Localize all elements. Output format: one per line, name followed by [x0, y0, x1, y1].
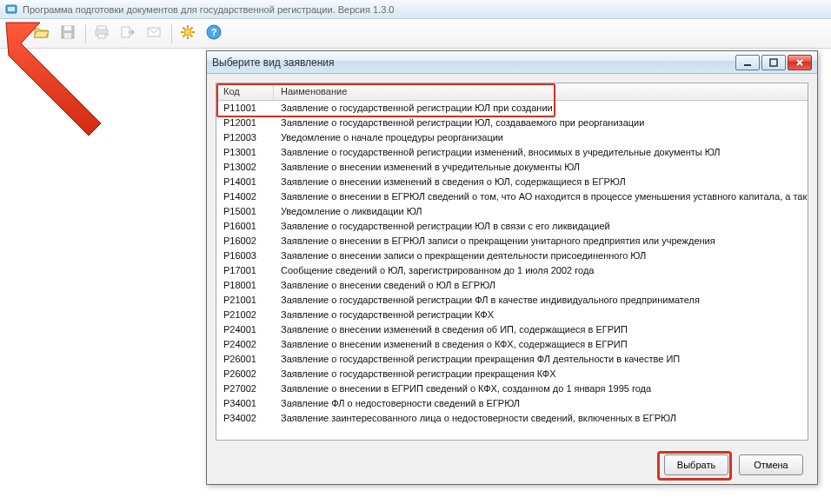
settings-button[interactable]	[176, 22, 200, 46]
table-row[interactable]: Р16003Заявление о внесении записи о прек…	[216, 249, 808, 263]
select-application-type-dialog: Выберите вид заявления Код Наименование …	[206, 50, 818, 485]
cell-code: Р16003	[216, 249, 274, 263]
column-header-code[interactable]: Код	[216, 83, 274, 100]
cell-code: Р26001	[216, 352, 274, 367]
table-row[interactable]: Р13001Заявление о государственной регист…	[216, 145, 808, 160]
toolbar: ?	[0, 19, 831, 49]
cell-name: Заявление о внесении в ЕГРЮЛ записи о пр…	[274, 234, 808, 249]
table-row[interactable]: Р34001Заявление ФЛ о недостоверности све…	[216, 396, 808, 411]
cell-name: Заявление о внесении изменений в сведени…	[274, 175, 808, 189]
svg-rect-1	[8, 7, 15, 11]
cell-name: Сообщение сведений о ЮЛ, зарегистрирован…	[274, 263, 808, 278]
svg-rect-10	[122, 27, 130, 37]
select-button[interactable]: Выбрать	[664, 454, 728, 475]
main-titlebar: Программа подготовки документов для госу…	[0, 0, 831, 19]
cell-name: Заявление заинтересованного лица о недос…	[274, 411, 808, 426]
dialog-title: Выберите вид заявления	[212, 56, 735, 69]
toolbar-separator	[85, 24, 86, 43]
cell-name: Заявление о внесении изменений в сведени…	[274, 337, 808, 352]
cell-code: Р16002	[216, 234, 274, 249]
print-icon	[93, 23, 110, 44]
cell-name: Заявление о государственной регистрации …	[274, 367, 808, 381]
table-row[interactable]: Р16001Заявление о государственной регист…	[216, 219, 808, 234]
cell-code: Р12003	[216, 130, 274, 145]
cell-code: Р34001	[216, 396, 274, 411]
cell-code: Р21001	[216, 293, 274, 308]
new-icon	[7, 23, 24, 44]
svg-rect-6	[64, 33, 71, 38]
svg-rect-9	[98, 34, 105, 38]
cell-name: Заявление о государственной регистрации …	[274, 145, 808, 160]
cell-name: Заявление о государственной регистрации …	[274, 101, 808, 116]
export-button	[116, 22, 140, 46]
cell-name: Заявление о внесении изменений в сведени…	[274, 322, 808, 337]
table-row[interactable]: Р26001Заявление о государственной регист…	[216, 352, 808, 367]
help-icon: ?	[205, 23, 223, 44]
dialog-footer: Выбрать Отмена	[207, 446, 817, 484]
cell-code: Р13001	[216, 145, 274, 160]
table-row[interactable]: Р18001Заявление о внесении сведений о ЮЛ…	[216, 278, 808, 293]
cell-name: Заявление о внесении в ЕГРЮЛ сведений о …	[274, 189, 808, 204]
dialog-titlebar: Выберите вид заявления	[207, 51, 817, 74]
cell-name: Уведомление о начале процедуры реорганиз…	[274, 130, 808, 145]
cell-code: Р21002	[216, 308, 274, 322]
table-row[interactable]: Р26002Заявление о государственной регист…	[216, 367, 808, 381]
cell-code: Р34002	[216, 411, 274, 426]
table-row[interactable]: Р14002Заявление о внесении в ЕГРЮЛ сведе…	[216, 189, 808, 204]
cell-name: Заявление о внесении сведений о ЮЛ в ЕГР…	[274, 278, 808, 293]
cell-code: Р16001	[216, 219, 274, 234]
table-row[interactable]: Р14001Заявление о внесении изменений в с…	[216, 175, 808, 189]
table-row[interactable]: Р12003Уведомление о начале процедуры рео…	[216, 130, 808, 145]
table-row[interactable]: Р24001Заявление о внесении изменений в с…	[216, 322, 808, 337]
cell-code: Р17001	[216, 263, 274, 278]
save-icon	[59, 23, 76, 44]
table-row[interactable]: Р24002Заявление о внесении изменений в с…	[216, 337, 808, 352]
table-row[interactable]: Р21001Заявление о государственной регист…	[216, 293, 808, 308]
cell-name: Заявление о государственной регистрации …	[274, 293, 808, 308]
cell-name: Заявление о государственной регистрации …	[274, 308, 808, 322]
close-button[interactable]	[788, 55, 812, 70]
settings-icon	[179, 23, 196, 44]
table-row[interactable]: Р27002Заявление о внесении в ЕГРИП сведе…	[216, 381, 808, 396]
table-row[interactable]: Р13002Заявление о внесении изменений в у…	[216, 160, 808, 175]
application-type-grid[interactable]: Код Наименование Р11001Заявление о госуд…	[216, 83, 808, 441]
mail-icon	[145, 23, 163, 44]
grid-header: Код Наименование	[216, 83, 808, 101]
table-row[interactable]: Р16002Заявление о внесении в ЕГРЮЛ запис…	[216, 234, 808, 249]
help-button[interactable]: ?	[202, 22, 226, 46]
open-icon	[33, 23, 50, 44]
cell-code: Р27002	[216, 381, 274, 396]
print-button	[90, 22, 114, 46]
new-button[interactable]	[3, 22, 28, 46]
mail-button	[142, 22, 166, 46]
cell-name: Заявление о внесении изменений в учредит…	[274, 160, 808, 175]
cell-name: Заявление о государственной регистрации …	[274, 219, 808, 234]
svg-rect-15	[744, 64, 751, 66]
app-title: Программа подготовки документов для госу…	[23, 4, 394, 15]
svg-rect-16	[770, 59, 777, 66]
cell-name: Заявление ФЛ о недостоверности сведений …	[274, 396, 808, 411]
maximize-button[interactable]	[761, 55, 786, 70]
app-icon	[5, 3, 17, 16]
cell-code: Р11001	[216, 101, 274, 116]
column-header-name[interactable]: Наименование	[274, 83, 808, 100]
table-row[interactable]: Р15001Уведомление о ликвидации ЮЛ	[216, 204, 808, 219]
open-button[interactable]	[30, 22, 54, 46]
export-icon	[119, 23, 136, 44]
table-row[interactable]: Р17001Сообщение сведений о ЮЛ, зарегистр…	[216, 263, 808, 278]
toolbar-separator	[171, 24, 172, 43]
minimize-button[interactable]	[735, 55, 760, 70]
table-row[interactable]: Р34002Заявление заинтересованного лица о…	[216, 411, 808, 426]
table-row[interactable]: Р12001Заявление о государственной регист…	[216, 116, 808, 130]
cancel-button[interactable]: Отмена	[739, 454, 803, 475]
cell-code: Р24001	[216, 322, 274, 337]
save-button	[56, 22, 80, 46]
table-row[interactable]: Р21002Заявление о государственной регист…	[216, 308, 808, 322]
cell-code: Р24002	[216, 337, 274, 352]
dialog-body: Код Наименование Р11001Заявление о госуд…	[207, 74, 817, 446]
window-controls	[735, 55, 812, 70]
cell-name: Заявление о внесении в ЕГРИП сведений о …	[274, 381, 808, 396]
table-row[interactable]: Р11001Заявление о государственной регист…	[216, 101, 808, 116]
svg-point-12	[184, 29, 191, 36]
cell-code: Р18001	[216, 278, 274, 293]
